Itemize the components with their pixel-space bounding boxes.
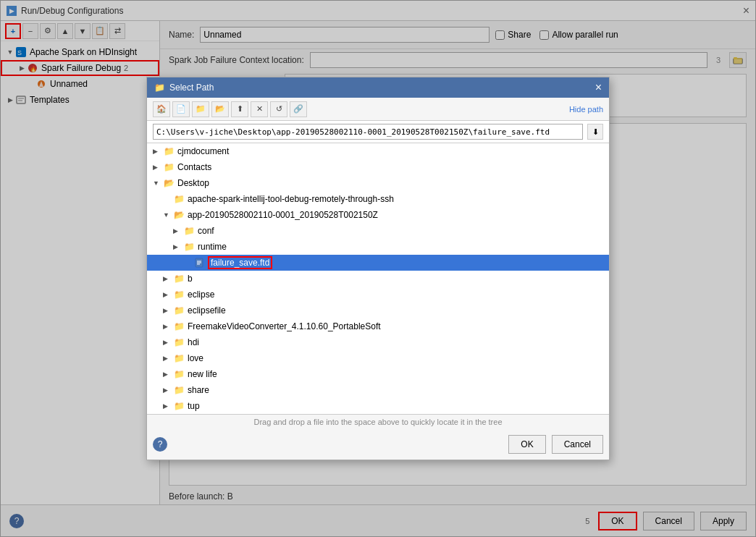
mtree-eclipsefile[interactable]: ▶ 📁 eclipsefile — [147, 303, 609, 318]
mtree-runtime[interactable]: ▶ 📁 runtime — [147, 239, 609, 255]
folder-icon-tup: 📁 — [173, 400, 185, 412]
path-browse-button[interactable]: ⬇ — [587, 124, 603, 140]
label-eclipse: eclipse — [188, 289, 214, 300]
mtree-cjmdocument[interactable]: ▶ 📁 cjmdocument — [147, 143, 609, 159]
arrow-eclipse: ▶ — [163, 291, 173, 298]
label-app-folder: app-20190528002110-0001_20190528T002150Z — [188, 210, 378, 220]
modal-overlay: 📁 Select Path × 🏠 📄 📁 📂 ⬆ ✕ ↺ 🔗 Hide pat… — [0, 0, 756, 537]
arrow-eclipsefile: ▶ — [163, 307, 173, 314]
label-share: share — [188, 385, 209, 395]
mtree-hdi[interactable]: ▶ 📁 hdi — [147, 334, 609, 350]
refresh-button[interactable]: ↺ — [270, 101, 287, 117]
mtree-desktop[interactable]: ▼ 📂 Desktop — [147, 175, 609, 191]
label-love: love — [188, 353, 203, 363]
folder-icon-contacts: 📁 — [163, 161, 175, 173]
label-conf: conf — [198, 226, 214, 236]
new-file-button[interactable]: 📄 — [172, 101, 190, 117]
folder-icon-runtime: 📁 — [183, 241, 195, 253]
folder-icon-conf: 📁 — [183, 225, 195, 237]
mtree-freemake[interactable]: ▶ 📁 FreemakeVideoConverter_4.1.10.60_Por… — [147, 318, 609, 334]
folder-icon-love: 📁 — [173, 352, 185, 364]
label-tup: tup — [188, 401, 200, 411]
label-new-life: new life — [188, 369, 217, 379]
modal-path-bar: ⬇ — [147, 121, 609, 143]
arrow-share: ▶ — [163, 386, 173, 394]
arrow-love: ▶ — [163, 355, 173, 362]
mtree-tup[interactable]: ▶ 📁 tup — [147, 398, 609, 414]
arrow-b: ▶ — [163, 275, 173, 282]
mtree-contacts[interactable]: ▶ 📁 Contacts — [147, 159, 609, 175]
modal-title-text: Select Path — [169, 83, 214, 93]
modal-cancel-button[interactable]: Cancel — [552, 435, 603, 454]
arrow-new-life: ▶ — [163, 371, 173, 378]
label-cjmdocument: cjmdocument — [177, 146, 229, 156]
arrow-freemake: ▶ — [163, 323, 173, 330]
label-hdi: hdi — [188, 337, 199, 347]
label-freemake: FreemakeVideoConverter_4.1.10.60_Portabl… — [188, 321, 381, 331]
folder-icon-cjmdocument: 📁 — [163, 145, 175, 157]
folder-icon-b: 📁 — [173, 273, 185, 284]
mtree-new-life[interactable]: ▶ 📁 new life — [147, 366, 609, 382]
mtree-failure-save[interactable]: failure_save.ftd — [147, 255, 609, 271]
arrow-tup: ▶ — [163, 402, 173, 410]
label-b: b — [188, 274, 193, 284]
mtree-conf[interactable]: ▶ 📁 conf — [147, 223, 609, 239]
file-icon-failure-save — [193, 257, 205, 268]
delete-button[interactable]: ✕ — [251, 101, 268, 117]
path-input[interactable] — [153, 124, 583, 140]
arrow-conf: ▶ — [173, 227, 183, 234]
folder-icon-freemake: 📁 — [173, 321, 185, 332]
arrow-hdi: ▶ — [163, 339, 173, 346]
label-failure-save: failure_save.ftd — [208, 256, 272, 269]
modal-footer: ? OK Cancel — [147, 429, 609, 460]
folder-up-button[interactable]: 📂 — [211, 101, 229, 117]
select-path-modal: 📁 Select Path × 🏠 📄 📁 📂 ⬆ ✕ ↺ 🔗 Hide pat… — [146, 77, 610, 460]
folder-icon-hdi: 📁 — [173, 337, 185, 348]
mtree-b[interactable]: ▶ 📁 b — [147, 271, 609, 287]
mtree-spark-ssh[interactable]: 📁 apache-spark-intellij-tool-debug-remot… — [147, 191, 609, 207]
mtree-app-folder[interactable]: ▼ 📂 app-20190528002110-0001_20190528T002… — [147, 207, 609, 223]
folder-icon-eclipsefile: 📁 — [173, 305, 185, 316]
arrow-desktop: ▼ — [153, 179, 163, 187]
folder-icon-eclipse: 📁 — [173, 289, 185, 300]
label-eclipsefile: eclipsefile — [188, 305, 226, 316]
modal-icon: 📁 — [154, 83, 165, 93]
modal-title-bar: 📁 Select Path × — [147, 77, 609, 98]
mtree-share[interactable]: ▶ 📁 share — [147, 382, 609, 398]
mtree-love[interactable]: ▶ 📁 love — [147, 350, 609, 366]
modal-tree[interactable]: ▶ 📁 cjmdocument ▶ 📁 Contacts ▼ 📂 Desktop… — [147, 143, 609, 415]
hide-path-link[interactable]: Hide path — [569, 105, 603, 114]
mtree-eclipse[interactable]: ▶ 📁 eclipse — [147, 287, 609, 303]
folder-icon-app: 📂 — [173, 209, 185, 221]
link-button[interactable]: 🔗 — [290, 101, 307, 117]
home-button[interactable]: 🏠 — [153, 101, 170, 117]
folder-icon-spark-ssh: 📁 — [173, 193, 185, 205]
arrow-contacts: ▶ — [153, 164, 163, 171]
arrow-runtime: ▶ — [173, 243, 183, 250]
scroll-up-button[interactable]: ⬆ — [231, 101, 248, 117]
new-folder-button[interactable]: 📁 — [192, 101, 209, 117]
label-runtime: runtime — [198, 242, 227, 252]
folder-icon-share: 📁 — [173, 384, 185, 396]
folder-icon-new-life: 📁 — [173, 368, 185, 380]
modal-ok-button[interactable]: OK — [508, 435, 545, 454]
label-contacts: Contacts — [177, 162, 211, 172]
label-desktop: Desktop — [177, 178, 209, 188]
modal-help-icon[interactable]: ? — [153, 437, 167, 452]
arrow-cjmdocument: ▶ — [153, 148, 163, 155]
modal-toolbar-left: 🏠 📄 📁 📂 ⬆ ✕ ↺ 🔗 — [153, 101, 307, 117]
modal-title-left: 📁 Select Path — [154, 83, 214, 93]
modal-footer-right: OK Cancel — [508, 435, 603, 454]
modal-close-button[interactable]: × — [595, 81, 602, 94]
modal-toolbar: 🏠 📄 📁 📂 ⬆ ✕ ↺ 🔗 Hide path — [147, 98, 609, 121]
arrow-app-folder: ▼ — [163, 211, 173, 219]
modal-hint: Drag and drop a file into the space abov… — [147, 415, 609, 429]
label-spark-ssh: apache-spark-intellij-tool-debug-remotel… — [188, 194, 394, 204]
folder-icon-desktop: 📂 — [163, 177, 175, 189]
